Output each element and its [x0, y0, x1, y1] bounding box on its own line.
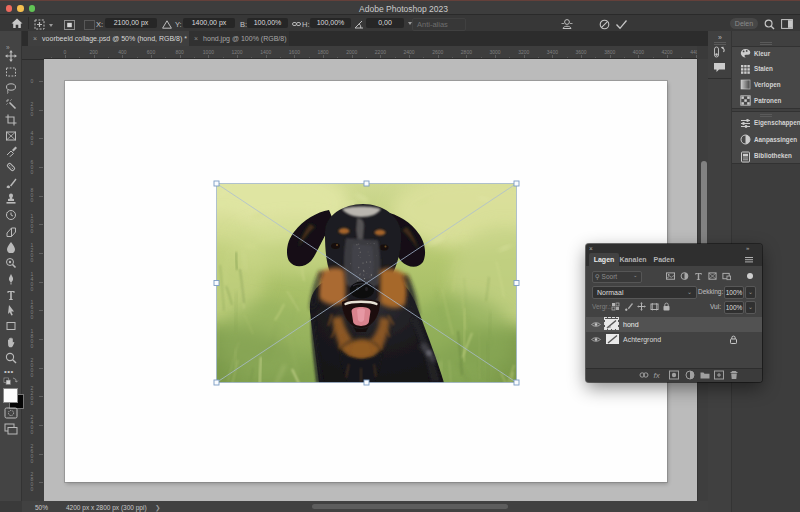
svg-text:fx: fx	[654, 371, 661, 380]
